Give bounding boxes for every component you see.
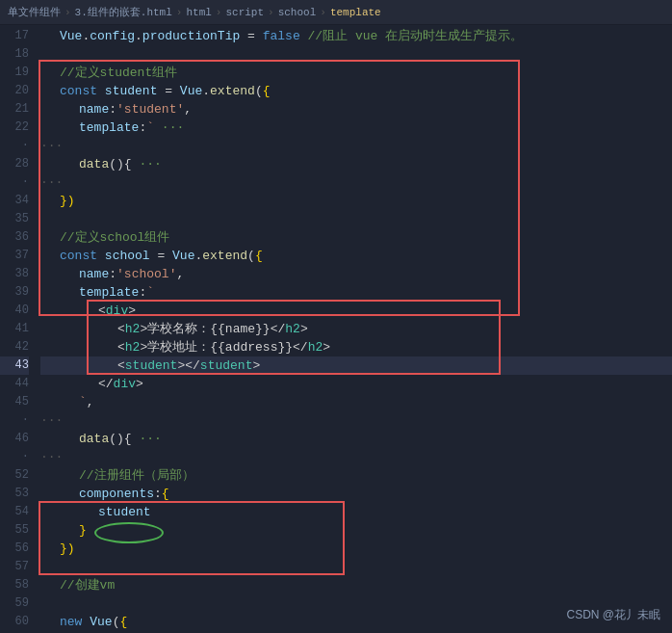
line-num-41: 41 bbox=[0, 320, 29, 338]
breadcrumb-item-active: template bbox=[330, 7, 381, 18]
code-line-20: const student = Vue . extend ( { bbox=[40, 82, 672, 100]
line-num-34: 34 bbox=[0, 192, 29, 210]
breadcrumb-item[interactable]: 单文件组件 bbox=[8, 5, 61, 19]
code-line-40: < div > bbox=[40, 302, 672, 320]
line-num-39: 39 bbox=[0, 283, 29, 302]
line-num-59: 59 bbox=[0, 594, 29, 613]
code-line-34: }) bbox=[40, 192, 672, 210]
code-line-41: < h2 > 学校名称：{{name}} </ h2 > bbox=[40, 320, 672, 338]
code-line-46: data (){ ··· bbox=[40, 430, 672, 448]
code-line-53: components : { bbox=[40, 485, 672, 503]
breadcrumb-sep: › bbox=[320, 7, 326, 18]
line-num-60: 60 bbox=[0, 613, 29, 631]
code-line-dots4: ··· bbox=[40, 448, 672, 466]
code-area[interactable]: Vue.config.productionTip = false //阻止 vu… bbox=[37, 25, 672, 633]
code-line-dots2: ··· bbox=[40, 173, 672, 192]
line-num-52: 52 bbox=[0, 466, 29, 485]
line-num-56: 56 bbox=[0, 540, 29, 558]
breadcrumb-sep: › bbox=[216, 7, 222, 18]
code-line-18 bbox=[40, 45, 672, 64]
code-line-19: //定义student组件 bbox=[40, 64, 672, 82]
code-line-37: const school = Vue . extend ( { bbox=[40, 247, 672, 265]
breadcrumb-item[interactable]: school bbox=[278, 7, 317, 18]
line-num-55: 55 bbox=[0, 521, 29, 540]
code-line-43: < student ></ student > bbox=[40, 356, 672, 375]
line-num-37: 37 bbox=[0, 247, 29, 265]
code-line-dots3: ··· bbox=[40, 411, 672, 430]
line-num-22: 22 bbox=[0, 119, 29, 137]
code-line-17: Vue.config.productionTip = false //阻止 vu… bbox=[40, 27, 672, 45]
line-num-58: 58 bbox=[0, 576, 29, 594]
code-line-56: }) bbox=[40, 540, 672, 558]
breadcrumb-item[interactable]: 3.组件的嵌套.html bbox=[75, 5, 172, 19]
code-line-39: template : ` bbox=[40, 283, 672, 302]
code-line-dots1: ··· bbox=[40, 137, 672, 155]
code-line-58: //创建vm bbox=[40, 576, 672, 594]
breadcrumb: 单文件组件 › 3.组件的嵌套.html › html › script › s… bbox=[0, 0, 672, 25]
line-num-46: 46 bbox=[0, 430, 29, 448]
line-num-38: 38 bbox=[0, 265, 29, 283]
breadcrumb-sep: › bbox=[176, 7, 183, 18]
line-numbers: 17 18 19 20 21 22 · 28 · 34 35 36 37 38 … bbox=[0, 25, 37, 633]
line-num-36: 36 bbox=[0, 228, 29, 247]
code-line-57 bbox=[40, 558, 672, 576]
line-num-17: 17 bbox=[0, 27, 29, 45]
line-num-53: 53 bbox=[0, 485, 29, 503]
watermark: CSDN @花丿未眠 bbox=[566, 607, 660, 623]
line-num-44: 44 bbox=[0, 375, 29, 393]
breadcrumb-sep: › bbox=[268, 7, 274, 18]
code-line-36: //定义school组件 bbox=[40, 228, 672, 247]
code-line-22: template : ` ··· bbox=[40, 119, 672, 137]
code-line-45: ` , bbox=[40, 393, 672, 411]
line-num-54: 54 bbox=[0, 503, 29, 521]
breadcrumb-item[interactable]: script bbox=[225, 7, 264, 18]
line-num-28: 28 bbox=[0, 155, 29, 173]
code-line-44: </ div > bbox=[40, 375, 672, 393]
code-line-35 bbox=[40, 210, 672, 228]
line-num-20: 20 bbox=[0, 82, 29, 100]
breadcrumb-item[interactable]: html bbox=[186, 7, 211, 18]
line-num-40: 40 bbox=[0, 302, 29, 320]
line-num-dots3: · bbox=[0, 411, 29, 430]
line-num-dots1: · bbox=[0, 137, 29, 155]
code-line-38: name : 'school' , bbox=[40, 265, 672, 283]
code-line-52: //注册组件（局部） bbox=[40, 466, 672, 485]
line-num-35: 35 bbox=[0, 210, 29, 228]
breadcrumb-sep: › bbox=[65, 7, 71, 18]
line-num-57: 57 bbox=[0, 558, 29, 576]
line-num-21: 21 bbox=[0, 100, 29, 119]
line-num-18: 18 bbox=[0, 45, 29, 64]
line-num-43: 43 bbox=[0, 356, 29, 375]
code-line-21: name : 'student' , bbox=[40, 100, 672, 119]
code-line-28: data (){ ··· bbox=[40, 155, 672, 173]
editor: 17 18 19 20 21 22 · 28 · 34 35 36 37 38 … bbox=[0, 25, 672, 633]
line-num-45: 45 bbox=[0, 393, 29, 411]
line-num-dots4: · bbox=[0, 448, 29, 466]
code-line-42: < h2 > 学校地址：{{address}} </ h2 > bbox=[40, 338, 672, 356]
line-num-dots2: · bbox=[0, 173, 29, 192]
line-num-42: 42 bbox=[0, 338, 29, 356]
code-line-55: } bbox=[40, 521, 672, 540]
code-line-54: student bbox=[40, 503, 672, 521]
line-num-19: 19 bbox=[0, 64, 29, 82]
